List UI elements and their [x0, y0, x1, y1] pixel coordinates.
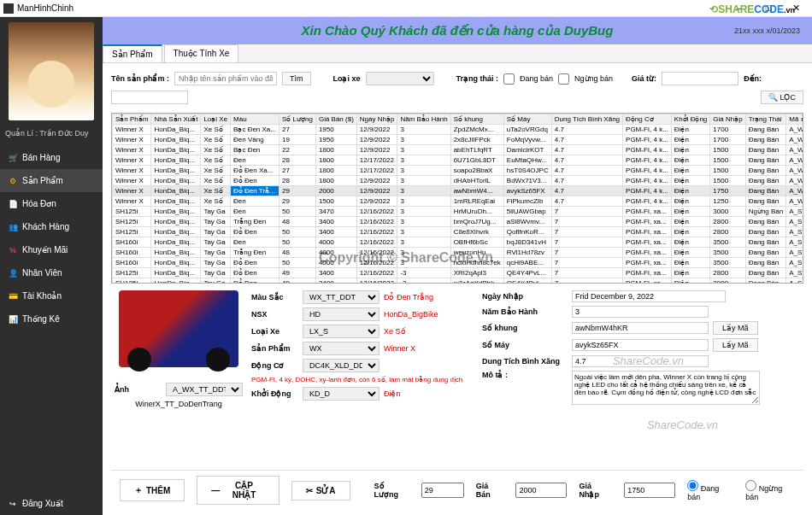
table-cell[interactable]: 3 — [397, 166, 450, 176]
table-cell[interactable]: 12/16/2022 — [356, 248, 397, 258]
table-cell[interactable]: 3 — [397, 125, 450, 135]
table-row[interactable]: Winner XHonDa_Biq...Xe SốĐen29150012/9/2… — [113, 196, 804, 207]
edit-button[interactable]: ✂SỬA — [291, 481, 350, 500]
table-cell[interactable]: HonDa_Biq... — [151, 186, 201, 196]
table-cell[interactable]: Đang Bán — [745, 248, 786, 258]
nav-item-khuyến-mãi[interactable]: %Khuyến Mãi — [0, 238, 103, 261]
table-cell[interactable]: Đang Bán — [745, 268, 786, 278]
table-cell[interactable]: EuMtaQHw... — [503, 155, 551, 166]
table-cell[interactable]: Tay Ga — [201, 207, 231, 217]
table-cell[interactable]: 7 — [551, 207, 622, 217]
price-from-input[interactable] — [662, 72, 738, 85]
table-cell[interactable]: 3400 — [315, 227, 356, 237]
table-cell[interactable]: Đang Bán — [745, 176, 786, 186]
table-cell[interactable]: Điện — [671, 207, 709, 217]
table-row[interactable]: SH125iHonDa_Biq...Tay GaĐỏ Đen49340012/1… — [113, 268, 804, 278]
table-cell[interactable]: Điện — [671, 217, 709, 227]
table-cell[interactable]: 12/9/2022 — [356, 176, 397, 186]
table-cell[interactable]: PGM-FI, xa... — [623, 217, 672, 227]
table-cell[interactable]: Đang Bán — [745, 196, 786, 207]
table-cell[interactable]: 3 — [397, 186, 450, 196]
table-row[interactable]: Winner XHonDa_Biq...Xe SốBạc Đen22180012… — [113, 145, 804, 155]
table-cell[interactable]: 1500 — [710, 145, 745, 155]
table-cell[interactable]: RVl1Hd78zv — [503, 248, 551, 258]
table-cell[interactable]: 3000 — [710, 207, 745, 217]
table-cell[interactable]: PGM-FI, xa... — [623, 227, 672, 237]
table-cell[interactable]: PGM-FI, 4 k... — [623, 186, 672, 196]
table-cell[interactable]: PGM-FI, 4 k... — [623, 135, 672, 145]
table-cell[interactable]: HonDa_Biq... — [151, 135, 201, 145]
table-cell[interactable]: 4.7 — [551, 186, 622, 196]
table-cell[interactable]: Winner X — [113, 145, 151, 155]
tank-input[interactable] — [572, 355, 709, 367]
table-cell[interactable]: A_SH160i_... — [786, 248, 803, 258]
table-cell[interactable]: 2800 — [710, 227, 745, 237]
table-cell[interactable]: HonDa_Biq... — [151, 248, 201, 258]
table-cell[interactable]: 4.7 — [551, 176, 622, 186]
table-cell[interactable]: Đang Bán — [745, 166, 786, 176]
table-cell[interactable]: HonDa_Biq... — [151, 125, 201, 135]
table-cell[interactable]: A_SH125i_... — [786, 207, 803, 217]
table-cell[interactable]: SH160i — [113, 258, 151, 268]
table-cell[interactable]: Điện — [671, 166, 709, 176]
table-cell[interactable]: A_WX_TC_D... — [786, 166, 803, 176]
table-cell[interactable]: A_WX_DB_... — [786, 135, 803, 145]
table-cell[interactable]: 1500 — [710, 166, 745, 176]
table-cell[interactable]: 7 — [551, 217, 622, 227]
frame-input[interactable] — [572, 322, 709, 334]
table-cell[interactable]: 1500 — [315, 196, 356, 207]
table-cell[interactable]: 3 — [397, 248, 450, 258]
table-cell[interactable]: PGM-FI, xa... — [623, 248, 672, 258]
table-cell[interactable]: 12/16/2022 — [356, 237, 397, 248]
table-cell[interactable]: 4.7 — [551, 125, 622, 135]
table-cell[interactable]: Đang Bán — [745, 145, 786, 155]
column-header[interactable]: Trạng Thái — [745, 114, 786, 125]
table-cell[interactable]: Đỏ Đen — [231, 227, 279, 237]
table-cell[interactable]: SH125i — [113, 207, 151, 217]
table-cell[interactable]: 12/16/2022 — [356, 217, 397, 227]
table-cell[interactable]: Điện — [671, 248, 709, 258]
table-cell[interactable]: A_SH160i_... — [786, 258, 803, 268]
table-cell[interactable]: HonDa_Biq... — [151, 268, 201, 278]
table-cell[interactable]: 12/9/2022 — [356, 145, 397, 155]
price-to-input[interactable] — [111, 91, 188, 104]
table-cell[interactable]: Điện — [671, 176, 709, 186]
update-button[interactable]: —CẬP NHẬT — [197, 476, 279, 505]
table-cell[interactable]: 7 — [551, 227, 622, 237]
table-cell[interactable]: 2000 — [315, 186, 356, 196]
table-cell[interactable]: abEhTLfqRT — [450, 145, 503, 155]
table-cell[interactable]: 2x8cJlIFPck — [450, 135, 503, 145]
table-cell[interactable]: A_SH125i_... — [786, 217, 803, 227]
table-row[interactable]: Winner XHonDa_Biq...Xe SốĐen28180012/17/… — [113, 155, 804, 166]
table-cell[interactable]: A_SH125i_... — [786, 227, 803, 237]
table-cell[interactable]: Điện — [671, 237, 709, 248]
table-cell[interactable]: BdWx71V3... — [503, 176, 551, 186]
table-cell[interactable]: hsT0S4OJPC — [503, 166, 551, 176]
table-cell[interactable]: HonDa_Biq... — [151, 196, 201, 207]
table-cell[interactable]: Trắng Đen — [231, 248, 279, 258]
table-cell[interactable]: uTa2oVRGdq — [503, 125, 551, 135]
table-cell[interactable]: bmQroJ7Ug... — [450, 217, 503, 227]
column-header[interactable]: Nhà Sản Xuất — [151, 114, 201, 125]
table-cell[interactable]: 28 — [279, 176, 316, 186]
table-cell[interactable]: 3 — [397, 237, 450, 248]
column-header[interactable]: Động Cơ — [623, 114, 672, 125]
warranty-input[interactable] — [572, 306, 709, 318]
motor-input[interactable] — [572, 339, 709, 351]
table-cell[interactable]: Xe Số — [201, 135, 231, 145]
table-cell[interactable]: 12/9/2022 — [356, 186, 397, 196]
table-cell[interactable]: Điện — [671, 155, 709, 166]
color-select[interactable]: WX_TT_DDT — [303, 290, 380, 304]
nav-item-sản-phẩm[interactable]: ⚙Sản Phẩm — [0, 169, 103, 192]
radio-on[interactable]: Đang bán — [687, 480, 732, 501]
column-header[interactable]: Khởi Động — [671, 114, 709, 125]
table-cell[interactable]: DamicirKOT — [503, 145, 551, 155]
price-input[interactable] — [515, 483, 567, 498]
table-cell[interactable]: PGM-FI, 4 k... — [623, 166, 672, 176]
table-cell[interactable]: HonDa_Biq... — [151, 237, 201, 248]
table-row[interactable]: SH125iHonDa_Biq...Tay GaTrắng Đen4834001… — [113, 217, 804, 227]
table-row[interactable]: SH160iHonDa_Biq...Tay GaĐen50400012/16/2… — [113, 237, 804, 248]
column-header[interactable]: Mã ảnh — [786, 114, 803, 125]
table-cell[interactable]: 1950 — [315, 135, 356, 145]
table-cell[interactable]: XRI2qApl3 — [450, 268, 503, 278]
